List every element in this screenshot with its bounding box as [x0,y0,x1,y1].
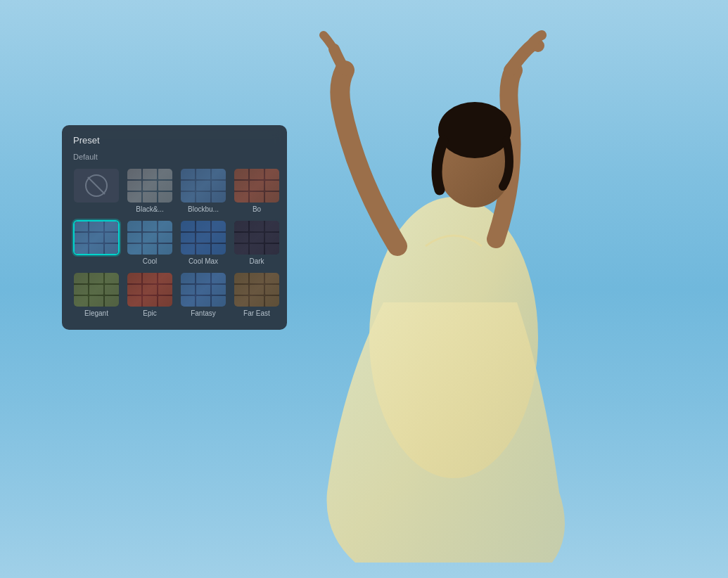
preset-grid: Black&... Blockbu... [72,167,277,319]
svg-point-2 [438,102,511,158]
preset-panel: Preset Default Black&... [62,125,287,330]
preset-label-far-east: Far East [243,309,270,317]
preset-item-selected[interactable] [72,219,121,266]
preset-label-bo: Bo [253,205,261,213]
preset-item-epic[interactable]: Epic [125,271,174,319]
preset-label-fantasy: Fantasy [191,309,216,317]
preset-item-cool-max[interactable]: Cool Max [179,219,228,266]
preset-item-fantasy[interactable]: Fantasy [179,271,228,319]
preset-section-label: Default [72,153,277,161]
preset-item-blockbuster[interactable]: Blockbu... [179,167,228,214]
preset-item-bo[interactable]: Bo [232,167,281,214]
preset-item-far-east[interactable]: Far East [232,271,281,319]
preset-title: Preset [72,135,277,146]
preset-item-elegant[interactable]: Elegant [72,271,121,319]
preset-label-cool: Cool [143,257,158,265]
preset-item-dark[interactable]: Dark [232,219,281,266]
preset-item-none[interactable] [72,167,121,214]
preset-item-cool[interactable]: Cool [125,219,174,266]
preset-label-blockbuster: Blockbu... [188,205,219,213]
preset-label-cool-max: Cool Max [189,257,218,265]
preset-label-elegant: Elegant [84,309,108,317]
preset-label-epic: Epic [143,309,156,317]
preset-item-black-white[interactable]: Black&... [125,167,174,214]
preset-label-bw: Black&... [136,205,163,213]
preset-label-dark: Dark [249,257,264,265]
